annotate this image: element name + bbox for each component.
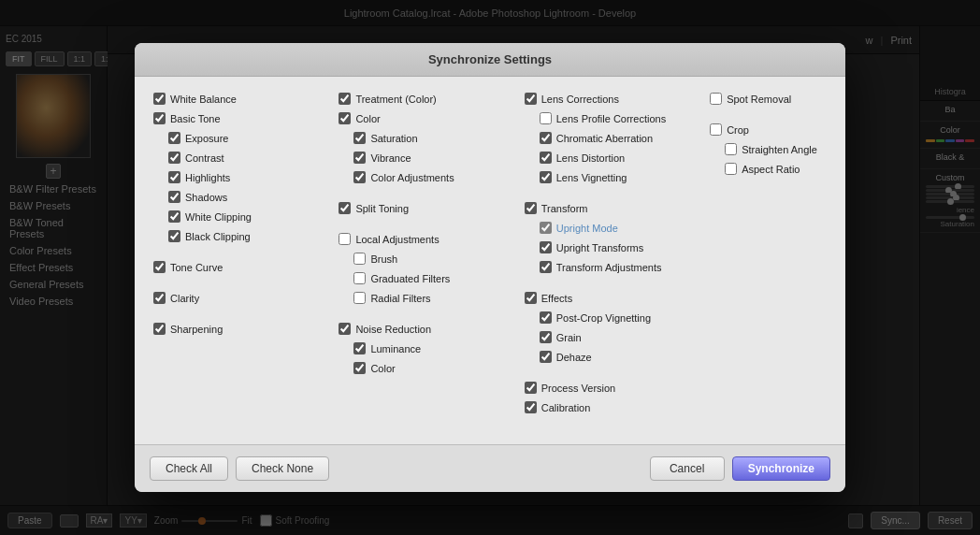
transform-adjustments-checkbox[interactable] — [540, 261, 552, 273]
white-balance-item: White Balance — [153, 92, 320, 106]
transform-item: Transform — [525, 201, 691, 215]
upright-mode-checkbox[interactable] — [540, 222, 552, 234]
shadows-checkbox[interactable] — [168, 191, 180, 203]
highlights-item: Highlights — [153, 170, 320, 184]
effects-checkbox[interactable] — [525, 292, 537, 304]
spacer1 — [153, 249, 320, 254]
modal-footer: Check All Check None Cancel Synchronize — [135, 444, 845, 492]
brush-label: Brush — [370, 253, 397, 265]
black-clipping-checkbox[interactable] — [168, 230, 180, 242]
split-toning-item: Split Toning — [339, 201, 505, 215]
spacer5 — [339, 221, 505, 226]
transform-adjustments-item: Transform Adjustments — [525, 260, 691, 274]
post-crop-label: Post-Crop Vignetting — [556, 312, 651, 324]
lens-distortion-item: Lens Distortion — [525, 151, 691, 165]
check-none-button[interactable]: Check None — [236, 456, 329, 481]
lens-distortion-checkbox[interactable] — [540, 152, 552, 164]
color-nr-checkbox[interactable] — [353, 362, 366, 374]
lens-vignetting-checkbox[interactable] — [540, 171, 552, 183]
white-balance-label: White Balance — [170, 94, 237, 105]
color-nr-item: Color — [339, 361, 505, 375]
lens-distortion-label: Lens Distortion — [556, 152, 625, 164]
lens-corrections-checkbox[interactable] — [525, 93, 537, 105]
exposure-item: Exposure — [153, 131, 320, 145]
chromatic-aberration-label: Chromatic Aberration — [556, 133, 653, 144]
grain-checkbox[interactable] — [540, 331, 552, 343]
spacer6 — [339, 311, 505, 316]
sharpening-item: Sharpening — [153, 322, 320, 336]
effects-item: Effects — [525, 291, 691, 305]
upright-transforms-item: Upright Transforms — [525, 240, 691, 254]
aspect-ratio-label: Aspect Ratio — [742, 164, 800, 175]
vibrance-checkbox[interactable] — [353, 152, 366, 164]
white-balance-checkbox[interactable] — [153, 93, 166, 105]
local-adjustments-label: Local Adjustments — [355, 234, 439, 245]
spot-removal-checkbox[interactable] — [710, 93, 722, 105]
treatment-checkbox[interactable] — [339, 93, 351, 105]
saturation-label: Saturation — [370, 133, 417, 144]
spacer2 — [153, 280, 320, 285]
color-checkbox[interactable] — [339, 112, 351, 124]
brush-checkbox[interactable] — [353, 253, 366, 265]
calibration-checkbox[interactable] — [525, 401, 537, 413]
spacer4 — [339, 190, 505, 195]
crop-checkbox[interactable] — [710, 123, 722, 136]
color-adjustments-checkbox[interactable] — [353, 171, 366, 183]
sharpening-checkbox[interactable] — [153, 323, 166, 335]
straighten-angle-item: Straighten Angle — [710, 142, 827, 156]
color-adjustments-item: Color Adjustments — [339, 170, 505, 184]
lens-profile-label: Lens Profile Corrections — [556, 113, 666, 124]
radial-filters-checkbox[interactable] — [353, 292, 366, 304]
exposure-checkbox[interactable] — [168, 132, 180, 144]
noise-reduction-checkbox[interactable] — [339, 323, 351, 335]
straighten-angle-label: Straighten Angle — [742, 144, 817, 155]
modal-title: Synchronize Settings — [428, 52, 552, 66]
lens-corrections-label: Lens Corrections — [541, 94, 619, 105]
brush-item: Brush — [339, 252, 505, 266]
upright-transforms-checkbox[interactable] — [540, 241, 552, 253]
color-nr-label: Color — [370, 363, 395, 374]
contrast-checkbox[interactable] — [168, 152, 180, 164]
lens-profile-checkbox[interactable] — [540, 112, 552, 124]
calibration-item: Calibration — [525, 400, 691, 414]
clarity-checkbox[interactable] — [153, 292, 166, 304]
radial-filters-label: Radial Filters — [370, 293, 430, 304]
check-all-button[interactable]: Check All — [150, 456, 228, 481]
spacer9 — [525, 369, 691, 375]
transform-checkbox[interactable] — [525, 202, 537, 214]
aspect-ratio-checkbox[interactable] — [725, 163, 737, 175]
basic-tone-label: Basic Tone — [170, 113, 221, 124]
lens-corrections-item: Lens Corrections — [525, 92, 691, 106]
modal-overlay: Synchronize Settings White Balance Basic… — [0, 0, 980, 535]
highlights-checkbox[interactable] — [168, 171, 180, 183]
process-version-label: Process Version — [541, 383, 615, 394]
synchronize-dialog: Synchronize Settings White Balance Basic… — [135, 43, 845, 492]
straighten-angle-checkbox[interactable] — [725, 143, 737, 155]
treatment-label: Treatment (Color) — [355, 94, 436, 105]
tone-curve-checkbox[interactable] — [153, 261, 166, 273]
basic-tone-checkbox[interactable] — [153, 112, 166, 124]
post-crop-checkbox[interactable] — [540, 311, 552, 324]
color-item: Color — [339, 111, 505, 125]
process-version-checkbox[interactable] — [525, 382, 537, 394]
synchronize-button[interactable]: Synchronize — [732, 456, 830, 481]
lens-profile-item: Lens Profile Corrections — [525, 111, 691, 125]
black-clipping-label: Black Clipping — [185, 231, 251, 242]
vibrance-label: Vibrance — [370, 152, 411, 164]
luminance-checkbox[interactable] — [353, 342, 366, 354]
dehaze-checkbox[interactable] — [540, 351, 552, 363]
luminance-item: Luminance — [339, 341, 505, 355]
chromatic-aberration-checkbox[interactable] — [540, 132, 552, 144]
white-clipping-checkbox[interactable] — [168, 210, 180, 223]
modal-column-2: Treatment (Color) Color Saturation Vibra… — [339, 92, 505, 429]
local-adjustments-checkbox[interactable] — [339, 233, 351, 245]
tone-curve-label: Tone Curve — [170, 262, 223, 273]
aspect-ratio-item: Aspect Ratio — [710, 162, 827, 176]
spacer7 — [525, 190, 691, 195]
upright-mode-label: Upright Mode — [556, 223, 618, 234]
lens-vignetting-label: Lens Vignetting — [556, 172, 627, 183]
saturation-checkbox[interactable] — [353, 132, 366, 144]
graduated-filters-checkbox[interactable] — [353, 272, 366, 284]
cancel-button[interactable]: Cancel — [650, 456, 725, 481]
split-toning-checkbox[interactable] — [339, 202, 351, 214]
